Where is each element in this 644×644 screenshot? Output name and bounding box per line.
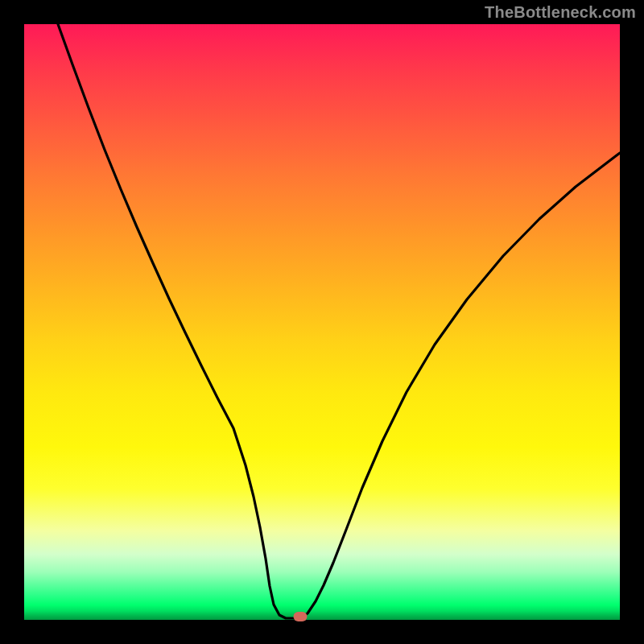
chart-frame: TheBottleneck.com [0, 0, 644, 644]
bottleneck-curve [58, 24, 620, 618]
watermark-text: TheBottleneck.com [485, 3, 636, 22]
curve-svg [24, 24, 620, 620]
minimum-marker [294, 612, 308, 621]
plot-area [24, 24, 620, 620]
